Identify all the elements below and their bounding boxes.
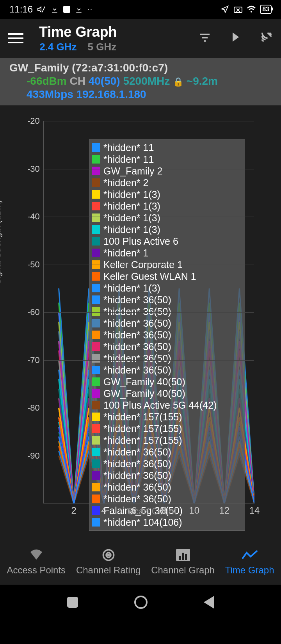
legend-item[interactable]: GW_Family 2 xyxy=(92,165,241,177)
legend-item[interactable]: *hidden* 1(3) xyxy=(92,224,241,235)
legend-swatch xyxy=(92,237,100,246)
legend-swatch xyxy=(92,389,100,398)
legend-item[interactable]: *hidden* 36(50) xyxy=(92,317,241,329)
legend-label: *hidden* 1(3) xyxy=(103,282,160,294)
menu-button[interactable] xyxy=(8,33,23,43)
legend-label: 100 Plus Active 6 xyxy=(103,235,178,247)
nav-channel-rating[interactable]: Channel Rating xyxy=(76,548,140,576)
legend-item[interactable]: *hidden* 36(50) xyxy=(92,481,241,493)
legend-label: GW_Family 40(50) xyxy=(103,388,185,399)
ch-label: CH xyxy=(69,75,85,87)
chart-area: Signal Strength (dBm) *hidden* 11*hidden… xyxy=(0,105,281,538)
legend-label: *hidden* 157(155) xyxy=(103,434,182,446)
battery-icon: 83 xyxy=(260,5,272,14)
legend-item[interactable]: *hidden* 36(50) xyxy=(92,329,241,341)
legend-swatch xyxy=(92,448,100,456)
y-tick: -50 xyxy=(27,260,40,270)
x-tick: 2 xyxy=(71,505,76,516)
band-tab-24[interactable]: 2.4 GHz xyxy=(39,41,76,53)
legend-item[interactable]: *hidden* 36(50) xyxy=(92,470,241,481)
legend-label: 100 Plus Active 5G 44(42) xyxy=(103,399,217,411)
legend-label: *hidden* 11 xyxy=(103,153,154,165)
legend-item[interactable]: 100 Plus Active 5G 44(42) xyxy=(92,399,241,411)
legend-swatch xyxy=(92,272,100,281)
lock-icon: 🔒 xyxy=(173,77,183,87)
legend-swatch xyxy=(92,331,100,339)
legend-item[interactable]: GW_Family 40(50) xyxy=(92,388,241,399)
android-nav-bar xyxy=(0,585,281,620)
filter-button[interactable] xyxy=(199,32,211,45)
nav-access-points[interactable]: Access Points xyxy=(7,548,66,576)
legend-item[interactable]: *hidden* 11 xyxy=(92,142,241,153)
ip-value: 192.168.1.180 xyxy=(76,88,146,100)
legend-item[interactable]: *hidden* 1(3) xyxy=(92,212,241,224)
clock: 11:16 xyxy=(9,4,33,15)
wifi-error-icon xyxy=(233,5,243,14)
location-icon xyxy=(220,5,229,14)
nav-channel-graph[interactable]: Channel Graph xyxy=(151,548,215,576)
legend-item[interactable]: Keller Guest WLAN 1 xyxy=(92,270,241,282)
legend-swatch xyxy=(92,471,100,480)
legend-swatch xyxy=(92,249,100,257)
nav-time-graph[interactable]: Time Graph xyxy=(225,548,274,576)
page-title: Time Graph xyxy=(39,24,117,40)
plot[interactable]: *hidden* 11*hidden* 11GW_Family 2*hidden… xyxy=(43,121,254,503)
legend-item[interactable]: *hidden* 1(3) xyxy=(92,200,241,212)
legend-swatch xyxy=(92,202,100,210)
legend-swatch xyxy=(92,155,100,164)
connection-info: GW_Family (72:a7:31:00:f0:c7) -66dBm CH … xyxy=(0,58,281,105)
scan-icon[interactable] xyxy=(260,31,273,46)
legend-swatch xyxy=(92,377,100,386)
legend-label: *hidden* 36(50) xyxy=(103,470,171,481)
y-tick: -90 xyxy=(27,451,40,461)
legend-item[interactable]: *hidden* 36(50) xyxy=(92,341,241,352)
legend-item[interactable]: *hidden* 104(106) xyxy=(92,516,241,528)
legend-label: *hidden* 104(106) xyxy=(103,516,182,528)
legend-swatch xyxy=(92,143,100,152)
play-button[interactable] xyxy=(230,32,240,45)
legend-label: *hidden* 36(50) xyxy=(103,352,171,364)
legend-item[interactable]: *hidden* 36(50) xyxy=(92,364,241,376)
legend-label: *hidden* 36(50) xyxy=(103,364,171,376)
legend-label: *hidden* 36(50) xyxy=(103,446,171,458)
legend-swatch xyxy=(92,354,100,363)
legend-swatch xyxy=(92,483,100,491)
band-tab-5[interactable]: 5 GHz xyxy=(88,41,117,53)
legend-swatch xyxy=(92,413,100,421)
freq-value: 5200MHz xyxy=(123,75,170,87)
legend-item[interactable]: *hidden* 157(155) xyxy=(92,411,241,423)
legend-swatch xyxy=(92,319,100,327)
svg-rect-2 xyxy=(200,34,210,35)
signal-dbm: -66dBm xyxy=(27,75,67,87)
legend-item[interactable]: GW_Family 40(50) xyxy=(92,376,241,388)
legend-item[interactable]: *hidden* 36(50) xyxy=(92,458,241,470)
legend-label: *hidden* 36(50) xyxy=(103,481,171,493)
bottom-nav: Access Points Channel Rating Channel Gra… xyxy=(0,538,281,585)
legend-item[interactable]: *hidden* 36(50) xyxy=(92,352,241,364)
legend-item[interactable]: 100 Plus Active 6 xyxy=(92,235,241,247)
legend-item[interactable]: *hidden* 36(50) xyxy=(92,446,241,458)
channel-value: 40(50) xyxy=(89,75,120,87)
svg-rect-4 xyxy=(204,40,206,42)
legend-item[interactable]: *hidden* 157(155) xyxy=(92,423,241,434)
legend-item[interactable]: *hidden* 157(155) xyxy=(92,434,241,446)
recents-button[interactable] xyxy=(67,597,78,608)
home-button[interactable] xyxy=(134,596,148,609)
legend-item[interactable]: *hidden* 36(50) xyxy=(92,493,241,505)
legend-item[interactable]: *hidden* 36(50) xyxy=(92,306,241,317)
y-tick: -60 xyxy=(27,307,40,317)
legend-label: *hidden* 36(50) xyxy=(103,294,171,306)
legend-item[interactable]: *hidden* 1(3) xyxy=(92,189,241,200)
x-tick: 8 xyxy=(162,505,167,516)
download-icon xyxy=(50,5,59,14)
svg-rect-3 xyxy=(202,37,208,39)
legend-item[interactable]: *hidden* 11 xyxy=(92,153,241,165)
chart-legend[interactable]: *hidden* 11*hidden* 11GW_Family 2*hidden… xyxy=(89,139,245,531)
legend-item[interactable]: *hidden* 1(3) xyxy=(92,282,241,294)
legend-item[interactable]: *hidden* 2 xyxy=(92,177,241,189)
back-button[interactable] xyxy=(204,596,214,608)
legend-item[interactable]: *hidden* 36(50) xyxy=(92,294,241,306)
legend-swatch xyxy=(92,225,100,234)
legend-item[interactable]: *hidden* 1 xyxy=(92,247,241,259)
y-tick: -70 xyxy=(27,355,40,365)
